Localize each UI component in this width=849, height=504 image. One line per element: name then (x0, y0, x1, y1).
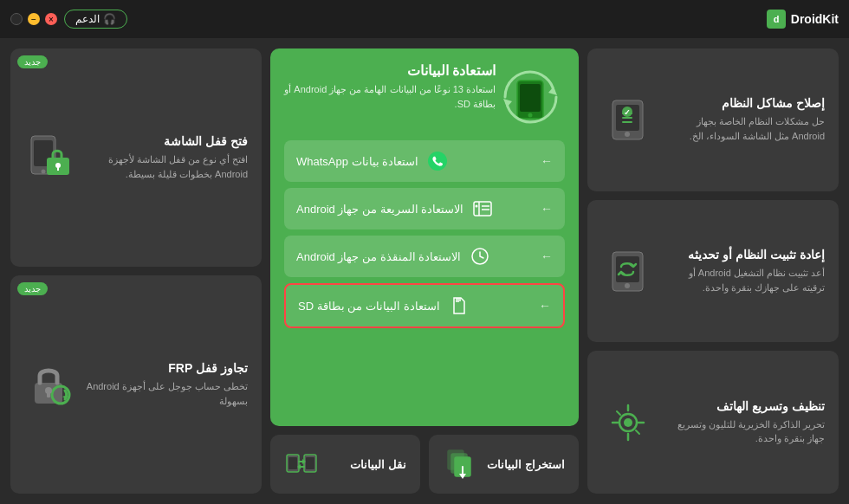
center-column: استعادة البيانات استعادة 13 نوعًا من الب… (270, 48, 579, 494)
sd-card-icon (447, 294, 471, 318)
svg-point-9 (625, 283, 630, 288)
svg-text:✓: ✓ (624, 108, 631, 117)
arrow-left-icon4: ← (539, 299, 551, 313)
maximize-button[interactable] (10, 13, 23, 25)
advanced-recovery-item[interactable]: ← الاستعادة المنقذة من جهاز Android (284, 236, 565, 277)
svg-rect-8 (616, 256, 639, 282)
svg-point-23 (428, 152, 447, 171)
titlebar-left: × − 🎧 الدعم (10, 10, 127, 29)
fix-system-text: إصلاح مشاكل النظام حل مشكلات النظام الخا… (664, 96, 825, 143)
right-column: جديد فتح قفل الشاشة افتح أي نوع من قفل ا… (10, 48, 262, 494)
fix-system-icon: ✓ (601, 94, 653, 145)
svg-rect-41 (306, 457, 314, 469)
lock-icon (24, 132, 76, 184)
svg-marker-22 (503, 99, 512, 107)
svg-point-4 (625, 132, 630, 137)
dr-title-block: استعادة البيانات استعادة 13 نوعًا من الب… (284, 62, 496, 111)
logo-icon: d (767, 10, 786, 29)
bottom-cards: استخراج البيانات نقل البيانات (270, 435, 579, 494)
sd-item-label: استعادة البيانات من بطاقة SD (298, 300, 440, 313)
quick-item-label: الاستعادة السريعة من جهاز Android (296, 203, 463, 216)
main-content: إصلاح مشاكل النظام حل مشكلات النظام الخا… (0, 38, 849, 504)
left-column: إصلاح مشاكل النظام حل مشكلات النظام الخا… (587, 48, 839, 494)
transfer-label: نقل البيانات (350, 458, 406, 471)
frp-text: تجاوز قفل FRP تخطى حساب جوجل على أجهزة A… (76, 361, 248, 408)
support-button[interactable]: 🎧 الدعم (64, 10, 127, 29)
quick-recovery-item[interactable]: ← الاستعادة السريعة من جهاز Android (284, 188, 565, 229)
extract-icon (443, 447, 477, 481)
reinstall-system-icon (601, 245, 653, 297)
clean-speed-title: تنظيف وتسريع الهاتف (664, 399, 825, 413)
lock-text: فتح قفل الشاشة افتح أي نوع من قفل الشاشة… (76, 134, 248, 181)
reinstall-system-card[interactable]: إعادة تثبيت النظام أو تحديثه أعد تثبيت ن… (587, 200, 839, 343)
arrow-left-icon2: ← (541, 202, 553, 216)
sd-recovery-item[interactable]: ← استعادة البيانات من بطاقة SD (284, 283, 565, 328)
arrow-left-icon3: ← (541, 249, 553, 263)
dr-subtitle: استعادة 13 نوعًا من البيانات الهامة من ج… (284, 82, 496, 111)
fix-system-card[interactable]: إصلاح مشاكل النظام حل مشكلات النظام الخا… (587, 48, 839, 191)
svg-rect-24 (474, 202, 491, 216)
svg-line-17 (636, 430, 639, 434)
advanced-item-label: الاستعادة المنقذة من جهاز Android (296, 250, 461, 263)
quick-recovery-icon (470, 197, 495, 221)
svg-point-46 (42, 170, 46, 174)
dr-graphic (496, 62, 565, 132)
svg-text:d: d (773, 14, 779, 24)
reinstall-system-title: إعادة تثبيت النظام أو تحديثه (664, 248, 825, 262)
frp-bypass-card[interactable]: جديد تجاوز قفل FRP تخطى حساب جوجل على أج… (10, 275, 262, 494)
reinstall-system-desc: أعد تثبيت نظام التشغيل Android أو ترقيته… (664, 266, 825, 294)
screen-lock-card[interactable]: جديد فتح قفل الشاشة افتح أي نوع من قفل ا… (10, 48, 262, 267)
svg-point-20 (528, 113, 532, 117)
sd-item-left: استعادة البيانات من بطاقة SD (298, 294, 471, 318)
logo-area: DroidKit d (767, 10, 839, 29)
clean-speed-desc: تحرير الذاكرة الخزيرية للتليون وتسريع جه… (664, 417, 825, 446)
minimize-button[interactable]: − (28, 13, 40, 25)
advanced-item-left: الاستعادة المنقذة من جهاز Android (296, 244, 492, 268)
headphone-icon: 🎧 (103, 13, 116, 25)
new-badge-frp: جديد (17, 282, 48, 295)
whatsapp-item-left: استعادة بيانات WhatsApp (296, 149, 450, 173)
frp-desc: تخطى حساب جوجل على أجهزة Android بسهولة (76, 379, 248, 408)
window-controls: × − (10, 13, 57, 25)
extract-data-card[interactable]: استخراج البيانات (429, 435, 579, 494)
svg-marker-21 (548, 87, 557, 95)
clean-speed-text: تنظيف وتسريع الهاتف تحرير الذاكرة الخزير… (664, 399, 825, 446)
svg-point-15 (624, 418, 632, 427)
logo-text: DroidKit (791, 12, 839, 26)
frp-title: تجاوز قفل FRP (76, 361, 248, 375)
support-label: الدعم (75, 13, 100, 25)
lock-desc: افتح أي نوع من قفل الشاشة لأجهزة Android… (76, 152, 248, 181)
data-recovery-card: استعادة البيانات استعادة 13 نوعًا من الب… (270, 48, 579, 426)
fix-system-desc: حل مشكلات النظام الخاصة بجهاز Android مث… (664, 114, 825, 143)
svg-line-16 (617, 411, 620, 415)
clean-speed-card[interactable]: تنظيف وتسريع الهاتف تحرير الذاكرة الخزير… (587, 351, 839, 494)
reinstall-system-text: إعادة تثبيت النظام أو تحديثه أعد تثبيت ن… (664, 248, 825, 294)
svg-rect-54 (47, 392, 50, 397)
dr-title: استعادة البيانات (284, 62, 496, 79)
dr-header: استعادة البيانات استعادة 13 نوعًا من الب… (284, 62, 565, 132)
svg-point-26 (476, 205, 478, 208)
whatsapp-item-label: استعادة بيانات WhatsApp (296, 155, 418, 168)
arrow-left-icon: ← (541, 154, 553, 168)
advanced-recovery-icon (468, 244, 492, 268)
extract-label: استخراج البيانات (487, 458, 565, 471)
quick-item-left: الاستعادة السريعة من جهاز Android (296, 197, 495, 221)
titlebar: × − 🎧 الدعم DroidKit d (0, 0, 849, 38)
svg-rect-19 (520, 84, 541, 112)
whatsapp-recovery-item[interactable]: ← استعادة بيانات WhatsApp (284, 140, 565, 182)
frp-icon (24, 359, 76, 410)
whatsapp-icon (425, 149, 450, 173)
new-badge-lock: جديد (17, 55, 48, 68)
svg-rect-39 (288, 457, 297, 469)
transfer-icon (284, 447, 319, 481)
lock-title: فتح قفل الشاشة (76, 134, 248, 148)
fix-system-title: إصلاح مشاكل النظام (664, 96, 825, 110)
clean-speed-icon (601, 397, 653, 449)
transfer-data-card[interactable]: نقل البيانات (270, 435, 420, 494)
close-button[interactable]: × (45, 13, 57, 25)
